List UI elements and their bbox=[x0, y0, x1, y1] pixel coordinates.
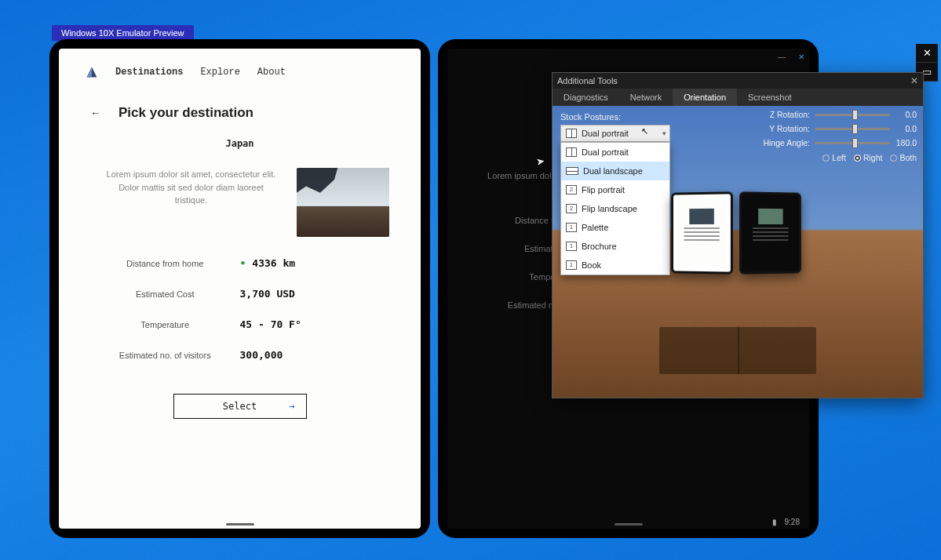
posture-option-book[interactable]: 1 Book bbox=[561, 256, 669, 275]
posture-option-dual-portrait[interactable]: Dual portrait bbox=[561, 143, 669, 162]
radio-both-label: Both bbox=[899, 153, 917, 162]
back-arrow-icon[interactable]: ← bbox=[90, 107, 101, 119]
posture-option-dual-landscape[interactable]: Dual landscape bbox=[561, 162, 669, 180]
dual-portrait-icon bbox=[566, 147, 577, 157]
posture-option-label: Dual landscape bbox=[583, 166, 643, 176]
hinge-angle-label: Hinge Angle: bbox=[760, 138, 810, 147]
app-header: Destinations Explore About bbox=[59, 49, 421, 85]
radio-dot-icon bbox=[890, 155, 897, 162]
radio-right[interactable]: Right bbox=[854, 153, 883, 162]
tab-orientation[interactable]: Orientation bbox=[673, 89, 737, 106]
radio-both[interactable]: Both bbox=[890, 153, 917, 162]
preview-device-left[interactable] bbox=[671, 191, 733, 274]
tab-network[interactable]: Network bbox=[619, 89, 673, 106]
page-title: Pick your destination bbox=[119, 105, 253, 121]
rotation-controls: Z Rotation: 0.0 Y Rotation: 0.0 Hinge An… bbox=[760, 109, 917, 162]
flip-portrait-icon: 2 bbox=[566, 185, 577, 195]
tools-close-button[interactable]: ✕ bbox=[910, 75, 918, 86]
bullet-icon: • bbox=[240, 257, 246, 269]
preview-floor-shadow bbox=[659, 327, 816, 374]
preview-content-left bbox=[678, 199, 726, 267]
app-titlebar: — ✕ bbox=[447, 49, 809, 64]
posture-option-label: Dual portrait bbox=[582, 147, 629, 157]
posture-option-label: Flip portrait bbox=[582, 185, 625, 195]
posture-select[interactable]: Dual portrait ▾ bbox=[560, 125, 670, 142]
stat-cost-value: 3,700 USD bbox=[240, 288, 390, 300]
posture-select-value: Dual portrait bbox=[582, 129, 629, 138]
y-rotation-row: Y Rotation: 0.0 bbox=[760, 123, 917, 134]
stat-distance-value: •4336 km bbox=[240, 257, 390, 269]
home-indicator[interactable] bbox=[226, 523, 254, 525]
dual-portrait-icon bbox=[566, 129, 577, 138]
stat-distance-label: Distance from home bbox=[90, 259, 240, 268]
z-rotation-label: Z Rotation: bbox=[760, 110, 810, 119]
status-bar: ▮ 9:28 bbox=[447, 515, 809, 529]
posture-option-label: Brochure bbox=[582, 242, 617, 251]
emulator-banner: Windows 10X Emulator Preview bbox=[52, 25, 194, 41]
posture-option-brochure[interactable]: 1 Brochure bbox=[561, 237, 669, 256]
z-rotation-slider[interactable] bbox=[815, 109, 890, 120]
posture-dropdown: Dual portrait Dual landscape 2 Flip port… bbox=[560, 142, 670, 275]
stat-temperature: Temperature 45 - 70 F° bbox=[90, 306, 389, 336]
z-rotation-row: Z Rotation: 0.0 bbox=[760, 109, 917, 120]
hinge-angle-value: 180.0 bbox=[895, 138, 917, 147]
posture-option-flip-portrait[interactable]: 2 Flip portrait bbox=[561, 180, 669, 199]
posture-option-flip-landscape[interactable]: 2 Flip landscape bbox=[561, 199, 669, 218]
palette-icon: 1 bbox=[566, 223, 577, 232]
title-row: ← Pick your destination bbox=[59, 85, 421, 124]
stat-visitors-label: Estimated no. of visitors bbox=[90, 351, 240, 360]
nav-destinations[interactable]: Destinations bbox=[115, 67, 183, 78]
app-logo-icon bbox=[86, 66, 98, 78]
battery-icon: ▮ bbox=[772, 518, 777, 526]
screen-left: Destinations Explore About ← Pick your d… bbox=[59, 49, 421, 529]
tools-body: Stock Postures: Dual portrait ▾ Dual por… bbox=[553, 106, 923, 398]
nav-about[interactable]: About bbox=[257, 67, 286, 78]
book-icon: 1 bbox=[566, 260, 577, 270]
stat-visitors-value: 300,000 bbox=[240, 349, 390, 361]
stock-postures-label: Stock Postures: bbox=[560, 112, 621, 122]
window-close-button[interactable]: ✕ bbox=[798, 53, 804, 61]
destination-body: Lorem ipsum dolor sit amet, consectetur … bbox=[59, 149, 421, 237]
radio-dot-icon bbox=[854, 155, 861, 162]
additional-tools-panel: Additional Tools ✕ Diagnostics Network O… bbox=[552, 72, 924, 398]
select-button[interactable]: Select → bbox=[173, 394, 307, 419]
stats-block: Distance from home •4336 km Estimated Co… bbox=[59, 237, 421, 367]
window-minimize-button[interactable]: — bbox=[778, 53, 786, 61]
radio-left-label: Left bbox=[832, 153, 846, 162]
radio-dot-icon bbox=[822, 155, 830, 162]
posture-option-label: Palette bbox=[582, 223, 608, 232]
destination-description: Lorem ipsum dolor sit amet, consectetur … bbox=[106, 168, 276, 207]
hinge-side-radios: Left Right Both bbox=[760, 153, 917, 162]
tools-tabs: Diagnostics Network Orientation Screensh… bbox=[553, 89, 923, 106]
home-indicator-dark[interactable] bbox=[615, 523, 643, 525]
nav-explore[interactable]: Explore bbox=[200, 67, 239, 78]
tab-screenshot[interactable]: Screenshot bbox=[737, 89, 803, 106]
toolbox-close-button[interactable]: ✕ bbox=[916, 44, 938, 63]
posture-option-palette[interactable]: 1 Palette bbox=[561, 218, 669, 237]
arrow-right-icon: → bbox=[289, 401, 294, 412]
destination-photo bbox=[297, 168, 389, 237]
preview-device-right[interactable] bbox=[739, 191, 801, 274]
stat-temperature-value: 45 - 70 F° bbox=[240, 318, 390, 330]
stat-cost: Estimated Cost 3,700 USD bbox=[90, 275, 389, 306]
radio-left[interactable]: Left bbox=[822, 153, 846, 162]
svg-marker-1 bbox=[87, 67, 92, 78]
posture-option-label: Flip landscape bbox=[582, 204, 637, 213]
stat-distance: Distance from home •4336 km bbox=[90, 245, 389, 275]
tools-title-label: Additional Tools bbox=[557, 76, 618, 85]
hinge-angle-row: Hinge Angle: 180.0 bbox=[760, 137, 917, 148]
y-rotation-slider[interactable] bbox=[815, 123, 890, 134]
y-rotation-value: 0.0 bbox=[895, 124, 917, 133]
stat-temperature-label: Temperature bbox=[90, 320, 240, 329]
select-button-label: Select bbox=[223, 401, 257, 412]
device-left: Destinations Explore About ← Pick your d… bbox=[49, 39, 430, 538]
brochure-icon: 1 bbox=[566, 242, 577, 251]
tab-diagnostics[interactable]: Diagnostics bbox=[553, 89, 619, 106]
stat-cost-label: Estimated Cost bbox=[90, 289, 240, 299]
hinge-angle-slider[interactable] bbox=[815, 137, 890, 148]
chevron-down-icon: ▾ bbox=[662, 129, 666, 137]
tools-titlebar[interactable]: Additional Tools ✕ bbox=[553, 73, 923, 89]
clock: 9:28 bbox=[785, 518, 800, 526]
posture-option-label: Book bbox=[582, 260, 601, 270]
preview-content-right bbox=[746, 199, 794, 267]
